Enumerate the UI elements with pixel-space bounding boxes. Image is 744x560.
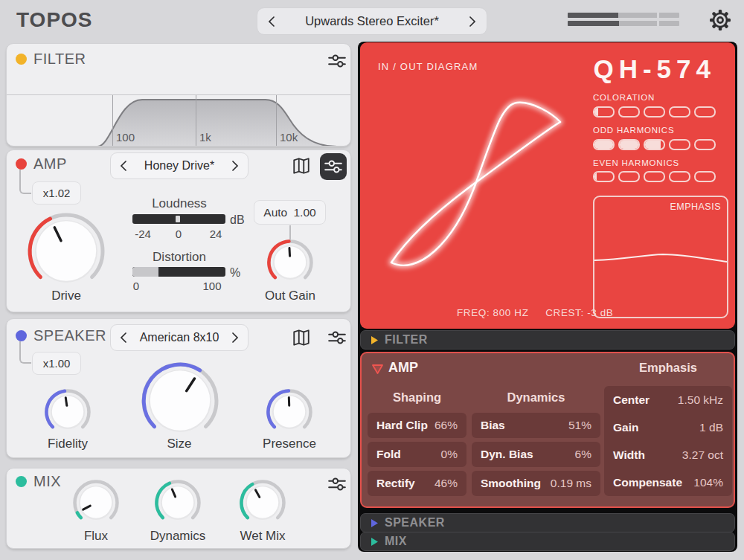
flux-knob[interactable] [72,479,120,530]
dynamics-column-header: Dynamics [472,390,600,405]
speaker-settings-icon[interactable] [327,328,347,347]
preset-prev-icon[interactable] [268,16,275,27]
distortion-label: Distortion [153,250,206,265]
auto-gain-button[interactable]: Auto 1.00 [254,200,326,225]
settings-gear-icon[interactable] [708,8,732,32]
harmonic-segment [593,171,615,182]
filter-section-title: FILTER [33,51,86,68]
speaker-status-dot[interactable] [16,330,27,341]
harmonic-segment [669,139,690,150]
wet-mix-knob[interactable] [239,479,286,530]
compensate-param[interactable]: Compensate 104% [604,469,732,496]
amp-collapse-icon[interactable] [372,364,383,374]
speaker-expand-icon[interactable] [371,518,379,528]
harmonic-segment [669,171,690,182]
out-gain-knob-label: Out Gain [265,289,315,303]
loudness-slider-handle[interactable] [176,216,180,222]
freq-readout: FREQ: 800 HZ [457,307,528,318]
filter-response-graph[interactable]: 100 1k 10k [7,94,350,146]
rectify-param[interactable]: Rectify 46% [368,471,466,496]
amp-params-panel: AMP Emphasis Shaping Dynamics Hard Clip … [360,352,735,508]
meter-right-channel [568,21,679,26]
main-preset-selector[interactable]: Upwards Stereo Exciter* [257,7,487,35]
amp-status-dot[interactable] [16,158,27,170]
speaker-preset-next-icon[interactable] [231,332,239,343]
presence-knob-label: Presence [263,437,316,451]
amp-browse-map-icon[interactable] [292,156,311,176]
drive-knob[interactable] [25,210,108,296]
gain-param[interactable]: Gain 1 dB [604,413,732,441]
harmonic-segment [593,139,615,150]
speaker-collapse-bar[interactable]: SPEAKER [360,513,735,532]
harmonic-segment [669,106,690,118]
mix-section-title: MIX [33,473,61,490]
speaker-collapse-label: SPEAKER [385,516,445,530]
size-knob[interactable] [138,359,222,445]
speaker-preset-name: American 8x10 [127,331,231,344]
filter-tick-10k: 10k [280,131,298,144]
amp-card: AMP Honey Drive* x1.02 Drive Loudness dB… [6,149,351,312]
model-name: QH-574 [593,54,716,84]
mix-collapse-label: MIX [385,535,407,548]
presence-knob[interactable] [266,388,313,439]
io-footer-stats: FREQ: 800 HZ CREST: -3 dB [457,307,613,318]
emphasis-column-title: Emphasis [604,361,732,375]
distortion-unit: % [230,266,240,280]
preset-next-icon[interactable] [469,16,476,27]
filter-collapse-bar[interactable]: FILTER [360,330,735,350]
fidelity-knob[interactable] [44,388,92,439]
harmonic-segment [618,139,640,150]
amp-preset-name: Honey Drive* [127,159,231,173]
odd-harmonics-label: ODD HARMONICS [593,126,674,135]
speaker-preset-prev-icon[interactable] [120,332,127,343]
mix-settings-icon[interactable] [327,474,347,494]
hard-clip-param[interactable]: Hard Clip 66% [368,413,466,438]
speaker-browse-map-icon[interactable] [292,328,311,347]
center-param[interactable]: Center 1.50 kHz [604,386,732,413]
meter-left-channel [568,13,679,18]
loudness-scale-max: 24 [210,228,222,240]
dynamics-knob[interactable] [154,479,202,530]
bias-param[interactable]: Bias 51% [472,413,600,438]
distortion-scale-min: 0 [133,280,139,292]
speaker-section-title: SPEAKER [33,327,106,344]
even-harmonics-label: EVEN HARMONICS [593,158,679,167]
odd-harmonics-segments [593,139,716,150]
amp-preset-selector[interactable]: Honey Drive* [110,152,248,179]
loudness-slider[interactable] [132,214,225,224]
width-param[interactable]: Width 3.27 oct [604,441,732,469]
speaker-preset-selector[interactable]: American 8x10 [110,324,248,351]
amp-panel-title: AMP [388,360,418,376]
size-knob-label: Size [167,437,191,451]
filter-tick-1k: 1k [199,131,211,144]
filter-expand-icon[interactable] [371,335,379,345]
amp-multiplier-badge[interactable]: x1.02 [32,181,81,205]
loudness-unit: dB [230,213,245,227]
amp-preset-prev-icon[interactable] [120,161,127,171]
mix-status-dot[interactable] [16,476,27,487]
coloration-segments [593,106,716,118]
filter-status-dot[interactable] [16,54,27,65]
mix-collapse-bar[interactable]: MIX [360,532,735,551]
distortion-scale-max: 100 [202,280,221,292]
loudness-scale-min: -24 [135,228,151,240]
smoothing-param[interactable]: Smoothing 0.19 ms [472,471,600,496]
filter-tick-100: 100 [116,131,135,144]
harmonic-segment [694,171,716,182]
amp-section-title: AMP [33,155,67,173]
mix-expand-icon[interactable] [371,537,379,547]
emphasis-preview-box: EMPHASIS [593,196,728,318]
filter-settings-icon[interactable] [327,51,347,71]
dyn-bias-param[interactable]: Dyn. Bias 6% [472,442,600,467]
loudness-scale-mid: 0 [176,228,182,240]
wet-mix-knob-label: Wet Mix [240,529,285,544]
fold-param[interactable]: Fold 0% [368,442,466,467]
amp-settings-icon[interactable] [320,153,347,180]
emphasis-params-block: Center 1.50 kHz Gain 1 dB Width 3.27 oct… [604,386,732,496]
amp-preset-next-icon[interactable] [231,161,239,171]
out-gain-knob[interactable] [266,239,314,289]
fidelity-knob-label: Fidelity [48,437,88,451]
speaker-multiplier-badge[interactable]: x1.00 [32,352,81,375]
main-preset-name: Upwards Stereo Exciter* [275,14,469,28]
speaker-card: SPEAKER American 8x10 x1.00 Fidelity Siz… [6,318,351,458]
